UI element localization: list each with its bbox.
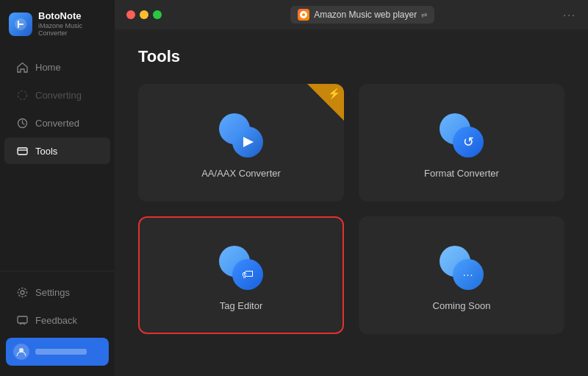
clock-icon [16,117,28,129]
main-content: Tools ⚡ AA/AAX Converter [115,29,588,376]
refresh-icon: ↻ [463,134,474,150]
tag-editor-label: Tag Editor [220,300,263,311]
format-icon: ↻ [440,113,484,157]
close-button[interactable] [126,10,135,19]
tool-card-coming-soon[interactable]: ··· Coming Soon [359,216,564,334]
tools-grid: ⚡ AA/AAX Converter [138,84,564,334]
sidebar-item-home[interactable]: Home [4,54,110,80]
aa-aax-icon [219,113,263,157]
settings-icon [16,286,28,298]
logo-text: BotoNote iMazone Music Converter [38,10,106,38]
play-icon [243,137,254,147]
icon-circle-front-4: ··· [453,259,484,290]
titlebar: Amazon Music web player ⇄ ··· [115,0,588,29]
logo-icon [9,13,32,36]
dots-icon: ··· [463,269,474,280]
sidebar-feedback-label: Feedback [35,315,77,326]
premium-star-icon: ⚡ [328,88,340,99]
user-name [35,349,87,355]
sidebar-converting-label: Converting [35,90,82,101]
window-controls [126,10,162,19]
feedback-icon [16,314,28,326]
sidebar-converted-label: Converted [35,118,79,129]
sidebar-tools-label: Tools [35,146,57,157]
svg-point-1 [18,91,26,99]
tag-editor-icon-container: 🏷 [219,246,263,290]
app-subtitle: iMazone Music Converter [38,22,106,38]
format-icon-container: ↻ [440,113,484,157]
svg-point-5 [21,291,24,294]
user-info [35,349,101,355]
page-title: Tools [138,47,564,66]
svg-point-6 [18,288,26,297]
sidebar-item-converted[interactable]: Converted [4,110,110,136]
tool-card-tag-editor[interactable]: 🏷 Tag Editor [138,216,344,334]
svg-rect-3 [18,148,27,155]
maximize-button[interactable] [153,10,162,19]
coming-soon-icon: ··· [440,246,484,290]
tool-card-aa-aax[interactable]: ⚡ AA/AAX Converter [138,84,344,202]
home-icon [16,61,28,73]
aa-aax-label: AA/AAX Converter [201,168,281,179]
sidebar-item-settings[interactable]: Settings [4,279,110,305]
coming-soon-icon-container: ··· [440,246,484,290]
titlebar-menu-button[interactable]: ··· [563,9,576,21]
main-area: Amazon Music web player ⇄ ··· Tools ⚡ [115,0,588,376]
tool-card-format[interactable]: ↻ Format Converter [359,84,564,202]
amazon-music-icon [298,9,309,21]
minimize-button[interactable] [140,10,148,19]
svg-rect-7 [18,316,27,323]
tag-symbol-icon: 🏷 [242,268,254,281]
source-label: Amazon Music web player [314,10,417,20]
sidebar-item-converting[interactable]: Converting [4,82,110,108]
coming-soon-label: Coming Soon [433,300,491,311]
converting-icon [16,89,28,101]
app-name: BotoNote [38,10,106,22]
user-avatar [13,344,29,360]
sidebar-bottom: Settings Feedback [0,271,115,376]
sidebar-settings-label: Settings [35,287,70,298]
sidebar-nav: Home Converting Converted [0,46,115,271]
sidebar-item-tools[interactable]: Tools [4,138,110,164]
aa-aax-icon-container [219,113,263,157]
tag-editor-icon: 🏷 [219,246,263,290]
sidebar-item-feedback[interactable]: Feedback [4,307,110,333]
source-chevron-icon: ⇄ [421,11,427,19]
sidebar: BotoNote iMazone Music Converter Home Co… [0,0,115,376]
user-section[interactable] [6,338,109,366]
icon-circle-front [232,127,263,157]
premium-badge: ⚡ [307,84,344,121]
sidebar-home-label: Home [35,62,61,73]
source-selector[interactable]: Amazon Music web player ⇄ [290,6,434,24]
app-logo: BotoNote iMazone Music Converter [0,0,115,46]
icon-circle-front-3: 🏷 [232,259,263,290]
tools-icon [16,145,28,157]
icon-circle-front-2: ↻ [453,127,484,157]
format-label: Format Converter [424,168,499,179]
